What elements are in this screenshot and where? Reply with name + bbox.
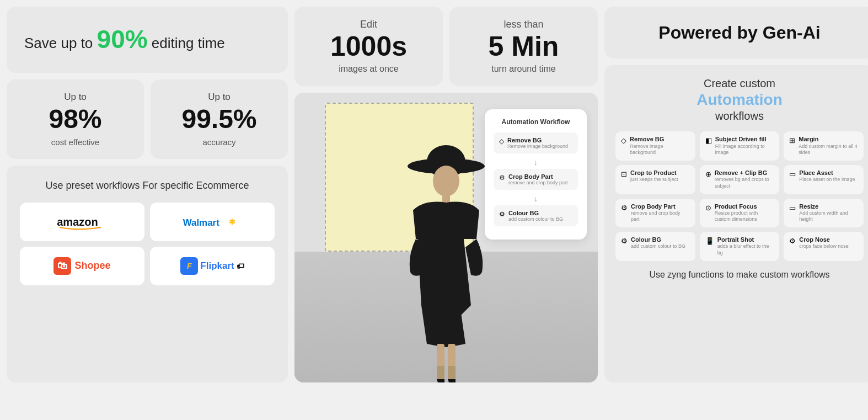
function-product-focus: ⊙ Product Focus Resize product with cust… — [700, 199, 780, 228]
function-subject-fill-icon: ◧ — [705, 136, 712, 145]
function-crop-body: ⚙ Crop Body Part remove and crop body pa… — [615, 199, 695, 228]
function-resize-icon: ▭ — [789, 204, 796, 212]
edit-value: 1000s — [308, 31, 430, 62]
middle-top-row: Edit 1000s images at once less than 5 Mi… — [294, 7, 598, 86]
edit-label: Edit — [308, 19, 430, 30]
workflow-arrow-1: ↓ — [494, 158, 578, 167]
accuracy-card: Up to 99.5% accuracy — [151, 79, 288, 159]
walmart-logo: Walmart ✱ — [182, 212, 243, 232]
powered-title: Powered by Gen-Ai — [618, 22, 861, 43]
model-container: Automation Workflow ◇ Remove BG Remove i… — [294, 93, 598, 382]
stats-row: Up to 98% cost effective Up to 99.5% acc… — [7, 79, 288, 159]
right-column: Powered by Gen-Ai Create custom Automati… — [604, 7, 868, 382]
flipkart-brand: F Flipkart 🏷 — [150, 247, 275, 285]
cost-value: 98% — [18, 105, 133, 134]
accuracy-label-bottom: accuracy — [162, 137, 277, 147]
workflow-arrow-2: ↓ — [494, 194, 578, 203]
function-colour-bg-icon: ⚙ — [621, 237, 628, 245]
function-colour-bg: ⚙ Colour BG add custom colour to BG — [615, 232, 695, 261]
function-remove-clip-bg-sub: removes bg and crops to subject — [715, 177, 774, 189]
function-place-asset-sub: Place asset on the image — [799, 177, 855, 183]
function-place-asset: ▭ Place Asset Place asset on the image — [784, 165, 864, 194]
svg-text:Walmart: Walmart — [183, 217, 219, 228]
brand-grid: amazon Walmart ✱ 🛍 — [20, 203, 275, 285]
function-remove-bg-icon: ◇ — [621, 136, 626, 145]
main-grid: Save up to 90% editing time Up to 98% co… — [0, 0, 868, 420]
function-colour-bg-sub: add custom colour to BG — [631, 243, 685, 250]
cost-effective-card: Up to 98% cost effective — [7, 79, 144, 159]
crop-body-icon: ⚙ — [499, 174, 505, 182]
function-crop-nose-sub: crops face below nose — [799, 243, 849, 250]
automation-footer: Use zyng functions to make custom workfl… — [615, 269, 864, 281]
function-product-focus-title: Product Focus — [715, 203, 774, 210]
five-min-label-top: less than — [463, 19, 585, 30]
svg-text:amazon: amazon — [57, 215, 98, 227]
amazon-brand: amazon — [20, 203, 144, 241]
svg-rect-6 — [442, 194, 450, 203]
colour-bg-icon: ⚙ — [499, 210, 505, 218]
shopee-icon: 🛍 — [57, 260, 67, 272]
workflow-step-2: ⚙ Crop Body Part remove and crop body pa… — [494, 169, 578, 190]
function-remove-bg-title: Remove BG — [630, 136, 690, 143]
function-subject-fill: ◧ Subject Driven fill Fill image accordi… — [700, 131, 780, 161]
function-margin-icon: ⊞ — [789, 136, 795, 145]
shopee-brand: 🛍 Shopee — [20, 247, 144, 285]
workflow-step-1-title: Remove BG — [507, 137, 568, 143]
function-remove-bg-sub: Remove image background — [630, 143, 690, 156]
function-crop-product-sub: just keeps the subject — [630, 177, 678, 183]
function-subject-fill-title: Subject Driven fill — [715, 136, 774, 143]
workflow-card-title: Automation Workflow — [494, 118, 578, 126]
function-crop-body-title: Crop Body Part — [631, 203, 690, 210]
cost-label-top: Up to — [18, 92, 133, 103]
function-crop-nose-title: Crop Nose — [799, 236, 849, 243]
five-min-value: 5 Min — [463, 31, 585, 62]
middle-column: Edit 1000s images at once less than 5 Mi… — [294, 7, 598, 382]
five-min-card: less than 5 Min turn around time — [449, 7, 598, 86]
remove-bg-icon: ◇ — [499, 137, 504, 145]
function-resize: ▭ Resize Add custom width and height — [784, 199, 864, 228]
edit-card: Edit 1000s images at once — [294, 7, 443, 86]
function-remove-clip-bg-title: Remove + Clip BG — [715, 169, 774, 177]
ecommerce-title: Use preset workflows For specific Ecomme… — [20, 179, 275, 193]
function-portrait-shot: 📱 Portrait Shot adds a blur effect to th… — [700, 232, 780, 261]
function-crop-nose-icon: ⚙ — [789, 237, 796, 245]
save-time-text: Save up to 90% editing time — [24, 23, 270, 56]
workflow-step-2-title: Crop Body Part — [508, 173, 568, 180]
walmart-brand: Walmart ✱ — [150, 203, 275, 241]
workflow-step-3-title: Colour BG — [508, 210, 563, 216]
workflow-card: Automation Workflow ◇ Remove BG Remove i… — [485, 109, 587, 240]
function-product-focus-icon: ⊙ — [705, 204, 711, 212]
workflow-step-2-sub: remove and crop body part — [508, 180, 568, 185]
function-colour-bg-title: Colour BG — [631, 236, 685, 243]
automation-highlight: Automation — [615, 91, 864, 109]
workflow-step-1-sub: Remove image background — [507, 143, 568, 149]
save-time-card: Save up to 90% editing time — [7, 7, 288, 73]
function-margin-sub: Add custom margin to all 4 sides — [799, 143, 858, 156]
function-margin-title: Margin — [799, 136, 858, 143]
workflow-step-3-sub: add custom colour to BG — [508, 216, 563, 222]
function-portrait-shot-icon: 📱 — [705, 237, 714, 245]
function-crop-product-title: Crop to Product — [630, 169, 678, 177]
automation-subtitle: workflows — [615, 110, 864, 123]
flipkart-icon: F — [187, 262, 192, 270]
function-crop-body-icon: ⚙ — [621, 204, 628, 212]
function-remove-clip-bg-icon: ⊕ — [705, 170, 711, 178]
powered-card: Powered by Gen-Ai — [604, 7, 868, 59]
shopee-text: Shopee — [74, 260, 110, 272]
function-crop-product-icon: ⊡ — [621, 170, 627, 178]
workflow-step-3: ⚙ Colour BG add custom colour to BG — [494, 205, 578, 226]
function-portrait-shot-sub: adds a blur effect to the bg — [717, 243, 774, 256]
function-resize-title: Resize — [799, 203, 858, 210]
function-resize-sub: Add custom width and height — [799, 210, 858, 223]
function-portrait-shot-title: Portrait Shot — [717, 236, 774, 243]
five-min-label-bottom: turn around time — [463, 64, 585, 74]
svg-text:✱: ✱ — [229, 218, 235, 226]
function-place-asset-title: Place Asset — [799, 169, 855, 177]
function-margin: ⊞ Margin Add custom margin to all 4 side… — [784, 131, 864, 161]
function-remove-clip-bg: ⊕ Remove + Clip BG removes bg and crops … — [700, 165, 780, 194]
automation-create-label: Create custom — [615, 77, 864, 90]
accuracy-value: 99.5% — [162, 105, 277, 134]
ecommerce-card: Use preset workflows For specific Ecomme… — [7, 166, 288, 382]
svg-point-5 — [433, 166, 459, 196]
accuracy-label-top: Up to — [162, 92, 277, 103]
